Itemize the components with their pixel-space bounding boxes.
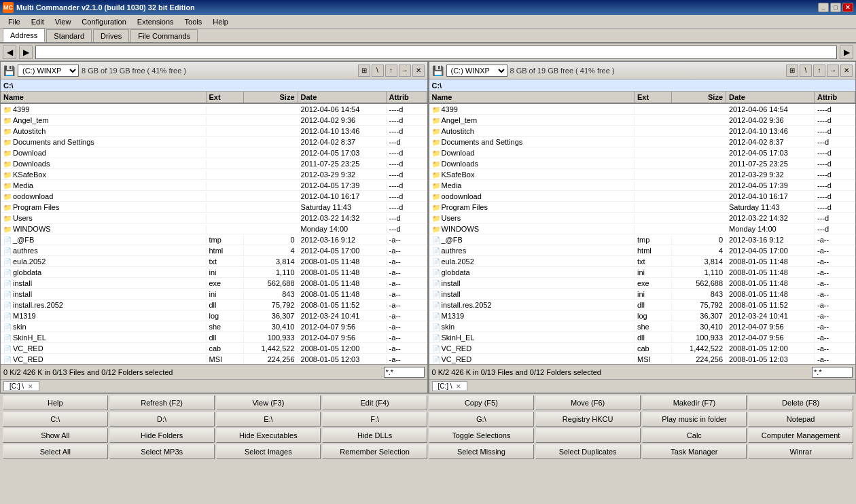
table-row[interactable]: 📁KSafeBox2012-03-29 9:32----d: [429, 169, 856, 180]
table-row[interactable]: 📄install.res.2052dll75,7922008-01-05 11:…: [429, 300, 856, 310]
left-col-size[interactable]: Size: [244, 92, 298, 103]
table-row[interactable]: 📁43992012-04-06 14:54----d: [1, 104, 427, 115]
table-row[interactable]: 📄M1319log36,3072012-03-24 10:41-a--: [429, 310, 856, 321]
table-row[interactable]: 📁Download2012-04-05 17:03----d: [429, 147, 856, 158]
left-btn-close[interactable]: ✕: [412, 65, 425, 77]
table-row[interactable]: 📄M1319log36,3072012-03-24 10:41-a--: [1, 310, 427, 321]
bottom-btn-btn-row-3-0[interactable]: Show All: [3, 428, 108, 443]
left-btn-fwd[interactable]: →: [399, 65, 411, 77]
bottom-btn-btn-row-1-2[interactable]: View (F3): [216, 395, 321, 410]
tab-drives[interactable]: Drives: [93, 29, 129, 42]
left-btn-up[interactable]: ↑: [385, 65, 397, 77]
bottom-btn-btn-row-4-4[interactable]: Select Missing: [429, 444, 534, 459]
menu-view[interactable]: View: [50, 16, 77, 27]
table-row[interactable]: 📄skinshe30,4102012-04-07 9:56-a--: [1, 321, 427, 332]
bottom-btn-btn-row-3-7[interactable]: Computer Management: [748, 428, 853, 443]
right-col-attrib[interactable]: Attrib: [815, 92, 855, 103]
table-row[interactable]: 📄eula.2052txt3,8142008-01-05 11:48-a--: [429, 256, 856, 267]
bottom-btn-btn-row-4-7[interactable]: Winrar: [748, 444, 853, 459]
bottom-btn-btn-row-2-7[interactable]: Notepad: [748, 412, 853, 427]
bottom-btn-btn-row-3-2[interactable]: Hide Executables: [216, 428, 321, 443]
bottom-btn-btn-row-4-2[interactable]: Select Images: [216, 444, 321, 459]
left-drive-select[interactable]: (C:) WINXP: [18, 65, 79, 77]
table-row[interactable]: 📄SkinH_ELdll100,9332012-04-07 9:56-a--: [429, 332, 856, 343]
bottom-btn-btn-row-2-2[interactable]: E:\: [216, 412, 321, 427]
table-row[interactable]: 📁Documents and Settings2012-04-02 8:37--…: [1, 137, 427, 147]
table-row[interactable]: 📁Angel_tem2012-04-02 9:36----d: [429, 115, 856, 126]
bottom-btn-btn-row-1-1[interactable]: Refresh (F2): [109, 395, 215, 410]
close-button[interactable]: ✕: [842, 3, 853, 12]
bottom-btn-btn-row-2-1[interactable]: D:\: [109, 412, 215, 427]
right-btn-close[interactable]: ✕: [840, 65, 853, 77]
bottom-btn-btn-row-1-0[interactable]: Help: [3, 395, 108, 410]
table-row[interactable]: 📁Media2012-04-05 17:39----d: [1, 180, 427, 191]
menu-file[interactable]: File: [3, 16, 26, 27]
table-row[interactable]: 📄VC_REDcab1,442,5222008-01-05 12:00-a--: [429, 343, 856, 354]
right-col-date[interactable]: Date: [726, 92, 815, 103]
table-row[interactable]: 📄installexe562,6882008-01-05 11:48-a--: [1, 278, 427, 289]
table-row[interactable]: 📁Users2012-03-22 14:32---d: [1, 213, 427, 223]
tab-standard[interactable]: Standard: [46, 29, 92, 42]
right-btn-1[interactable]: ⊞: [786, 65, 798, 77]
menu-edit[interactable]: Edit: [26, 16, 50, 27]
addr-back-button[interactable]: ◀: [3, 46, 16, 59]
table-row[interactable]: 📁oodownload2012-04-10 16:17----d: [1, 191, 427, 202]
left-btn-2[interactable]: \: [372, 65, 384, 77]
table-row[interactable]: 📄globdataini1,1102008-01-05 11:48-a--: [1, 267, 427, 278]
left-file-list[interactable]: 📁43992012-04-06 14:54----d📁Angel_tem2012…: [1, 104, 427, 364]
bottom-btn-btn-row-3-1[interactable]: Hide Folders: [109, 428, 215, 443]
right-col-name[interactable]: Name: [429, 92, 635, 103]
bottom-btn-btn-row-4-3[interactable]: Remember Selection: [322, 444, 427, 459]
table-row[interactable]: 📁Program FilesSaturday 11:43----d: [429, 202, 856, 213]
right-col-ext[interactable]: Ext: [635, 92, 672, 103]
table-row[interactable]: 📁Download2012-04-05 17:03----d: [1, 147, 427, 158]
right-col-size[interactable]: Size: [672, 92, 726, 103]
addr-forward-button[interactable]: ▶: [19, 46, 33, 59]
table-row[interactable]: 📁WINDOWSMonday 14:00---d: [1, 223, 427, 234]
left-col-attrib[interactable]: Attrib: [387, 92, 427, 103]
bottom-btn-btn-row-1-4[interactable]: Copy (F5): [429, 395, 534, 410]
table-row[interactable]: 📄_@FBtmp02012-03-16 9:12-a--: [429, 234, 856, 245]
right-drive-select[interactable]: (C:) WINXP: [446, 65, 507, 77]
bottom-btn-btn-row-4-1[interactable]: Select MP3s: [109, 444, 215, 459]
table-row[interactable]: 📄eula.2052txt3,8142008-01-05 11:48-a--: [1, 256, 427, 267]
table-row[interactable]: 📁Autostitch2012-04-10 13:46----d: [1, 126, 427, 137]
table-row[interactable]: 📁KSafeBox2012-03-29 9:32----d: [1, 169, 427, 180]
table-row[interactable]: 📁Downloads2011-07-25 23:25----d: [429, 158, 856, 169]
table-row[interactable]: 📁43992012-04-06 14:54----d: [429, 104, 856, 115]
tab-file-commands[interactable]: File Commands: [130, 29, 198, 42]
bottom-btn-btn-row-4-0[interactable]: Select All: [3, 444, 108, 459]
table-row[interactable]: 📁Users2012-03-22 14:32---d: [429, 213, 856, 223]
menu-help[interactable]: Help: [207, 16, 234, 27]
bottom-btn-btn-row-1-7[interactable]: Delete (F8): [748, 395, 853, 410]
tab-address[interactable]: Address: [3, 29, 45, 42]
right-file-list[interactable]: 📁43992012-04-06 14:54----d📁Angel_tem2012…: [429, 104, 856, 364]
left-col-ext[interactable]: Ext: [207, 92, 244, 103]
bottom-btn-btn-row-2-0[interactable]: C:\: [3, 412, 108, 427]
bottom-btn-btn-row-2-5[interactable]: Registry HKCU: [535, 412, 641, 427]
right-filter-input[interactable]: [812, 367, 853, 378]
menu-extensions[interactable]: Extensions: [132, 16, 179, 27]
right-btn-fwd[interactable]: →: [827, 65, 839, 77]
table-row[interactable]: 📁Downloads2011-07-25 23:25----d: [1, 158, 427, 169]
table-row[interactable]: 📁Angel_tem2012-04-02 9:36----d: [1, 115, 427, 126]
bottom-btn-btn-row-3-6[interactable]: Calc: [642, 428, 747, 443]
right-btn-2[interactable]: \: [800, 65, 812, 77]
table-row[interactable]: 📁Documents and Settings2012-04-02 8:37--…: [429, 137, 856, 147]
menu-configuration[interactable]: Configuration: [76, 16, 131, 27]
table-row[interactable]: 📄installini8432008-01-05 11:48-a--: [1, 289, 427, 300]
table-row[interactable]: 📁Program FilesSaturday 11:43----d: [1, 202, 427, 213]
table-row[interactable]: 📁WINDOWSMonday 14:00---d: [429, 223, 856, 234]
table-row[interactable]: 📄install.res.2052dll75,7922008-01-05 11:…: [1, 300, 427, 310]
table-row[interactable]: 📄_@FBtmp02012-03-16 9:12-a--: [1, 234, 427, 245]
left-filter-input[interactable]: [384, 367, 425, 378]
bottom-btn-btn-row-2-3[interactable]: F:\: [322, 412, 427, 427]
table-row[interactable]: 📁oodownload2012-04-10 16:17----d: [429, 191, 856, 202]
bottom-btn-btn-row-3-5[interactable]: [535, 428, 641, 443]
table-row[interactable]: 📄skinshe30,4102012-04-07 9:56-a--: [429, 321, 856, 332]
table-row[interactable]: 📄VC_REDMSI224,2562008-01-05 12:03-a--: [1, 354, 427, 364]
right-tab-1[interactable]: [C:] \ ✕: [432, 381, 468, 391]
bottom-btn-btn-row-1-3[interactable]: Edit (F4): [322, 395, 427, 410]
table-row[interactable]: 📄installexe562,6882008-01-05 11:48-a--: [429, 278, 856, 289]
table-row[interactable]: 📄globdataini1,1102008-01-05 11:48-a--: [429, 267, 856, 278]
